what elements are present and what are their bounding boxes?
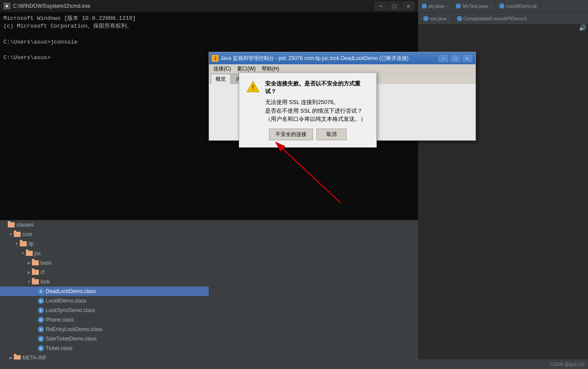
filetree-label: Ticket.class <box>46 345 72 351</box>
class-icon: C <box>38 307 44 313</box>
alert-content: 安全连接失败。是否以不安全的方式重试？ 无法使用 SSL 连接到25076。 是… <box>265 80 369 123</box>
mo-java-icon <box>423 16 428 21</box>
jconsole-maximize[interactable]: □ <box>450 54 461 63</box>
filetree-label: DeadLockDemo.class <box>46 288 96 294</box>
class-icon: C <box>38 345 44 351</box>
jconsole-menu-help[interactable]: 帮助(H) <box>259 64 282 73</box>
filetree-label: com <box>22 231 32 237</box>
alert-line-3: （用户名和口令将以纯文本格式发送。） <box>265 115 369 123</box>
folder-arrow: ▶ <box>26 270 32 274</box>
completable-icon <box>457 16 462 21</box>
cmd-line-1: Microsoft Windows [版本 10.0.22000.1219] <box>3 15 415 22</box>
folder-icon <box>20 241 27 246</box>
jconsole-menu-window[interactable]: 窗口(W) <box>235 64 258 73</box>
jconsole-menu-connect[interactable]: 连接(C) <box>211 64 234 73</box>
list-item[interactable]: ▼ juc <box>0 249 209 258</box>
ide-tab-ply[interactable]: ply.java × <box>418 0 452 12</box>
list-item[interactable]: C Phone.class <box>0 315 209 325</box>
folder-icon <box>32 260 39 265</box>
class-icon: C <box>38 336 44 342</box>
ide-subtab-mo-label: mo.java <box>430 16 447 21</box>
alert-title: 安全连接失败。是否以不安全的方式重试？ <box>265 80 369 95</box>
list-item[interactable]: ▼ llp <box>0 239 209 249</box>
ide-subbar[interactable]: mo.java × CompletableFutureAPIDemo3 <box>418 12 588 24</box>
class-icon: C <box>38 288 44 294</box>
filetree-label: base <box>41 260 52 266</box>
cmd-icon: ■ <box>3 3 10 9</box>
list-item[interactable]: C Lock8Demo.class <box>0 296 209 306</box>
ide-subtab-completable-label: CompletableFutureAPIDemo3 <box>463 16 527 21</box>
filetree-label: classes <box>16 222 34 228</box>
filetree-label: llp <box>28 241 34 247</box>
list-item[interactable]: C Ticket.class <box>0 344 209 353</box>
filetree-panel: classes ▼ com ▼ llp ▼ juc ▶ base ▶ cf ▼ <box>0 220 209 369</box>
ide-tab-ply-label: ply.java <box>428 3 444 9</box>
alert-dialog: ! 安全连接失败。是否以不安全的方式重试？ 无法使用 SSL 连接到25076。… <box>239 73 377 148</box>
list-item[interactable]: C DeadLockDemo.class <box>0 287 209 296</box>
alert-buttons[interactable]: 不安全的连接 取消 <box>246 129 369 140</box>
class-icon: C <box>38 298 44 304</box>
cmd-line-2: (c) Microsoft Corporation。保留所有权利。 <box>3 22 415 30</box>
ide-tab-ply-close[interactable]: × <box>446 4 448 9</box>
list-item[interactable]: ▶ base <box>0 258 209 268</box>
filetree-label: cf <box>41 269 44 275</box>
folder-arrow: ▼ <box>26 280 32 284</box>
ide-subtab-mo[interactable]: mo.java × <box>421 15 453 22</box>
cmd-titlebar[interactable]: ■ C:\WINDOWS\system32\cmd.exe − □ × <box>0 0 418 12</box>
svg-text:!: ! <box>252 84 254 91</box>
cmd-controls[interactable]: − □ × <box>374 1 415 11</box>
cmd-line-3 <box>3 30 415 38</box>
alert-header: ! 安全连接失败。是否以不安全的方式重试？ 无法使用 SSL 连接到25076。… <box>246 80 369 123</box>
ide-volume-icon: 🔊 <box>579 24 586 31</box>
warning-icon: ! <box>246 80 260 94</box>
list-item[interactable]: classes <box>0 220 209 230</box>
ide-subtab-completable[interactable]: CompletableFutureAPIDemo3 <box>454 15 529 22</box>
list-item[interactable]: ▼ com <box>0 230 209 239</box>
alert-line-1: 无法使用 SSL 连接到25076。 <box>265 98 369 107</box>
folder-arrow: ▼ <box>14 242 20 246</box>
class-icon: C <box>38 317 44 323</box>
ide-tabs[interactable]: ply.java × MyTest.java × Lock8Demo.ja <box>418 0 588 12</box>
cmd-title: C:\WINDOWS\system32\cmd.exe <box>13 3 374 9</box>
list-item[interactable]: ▼ lock <box>0 277 209 287</box>
list-item[interactable]: C ReEntryLockDemo.class <box>0 325 209 334</box>
ide-tab-mytest-close[interactable]: × <box>489 4 492 9</box>
alert-insecure-button[interactable]: 不安全的连接 <box>269 129 313 140</box>
folder-icon <box>14 232 21 237</box>
status-text: CSDN @llp1110 <box>550 362 585 367</box>
list-item[interactable]: ▶ cf <box>0 268 209 277</box>
folder-arrow: ▼ <box>20 251 26 255</box>
alert-cancel-button[interactable]: 取消 <box>316 129 347 140</box>
ide-subtab-mo-close[interactable]: × <box>448 16 450 21</box>
filetree-label: SaleTicketDemo.class <box>46 336 97 342</box>
phone-class-label: Phone.class <box>46 317 74 323</box>
folder-arrow: ▼ <box>8 232 14 237</box>
alert-line-2: 是否在不使用 SSL 的情况下进行尝试？ <box>265 107 369 115</box>
jconsole-tab-overview[interactable]: 概览 <box>211 74 231 85</box>
cmd-line-4: C:\Users\asus>jconsole <box>3 38 415 46</box>
jconsole-controls[interactable]: − □ × <box>438 54 473 63</box>
filetree-label: Lock8Demo.class <box>46 298 87 304</box>
jconsole-titlebar[interactable]: J Java 监视和管理控制台 - pid: 25076 com.llp.juc… <box>209 52 475 64</box>
jconsole-close[interactable]: × <box>462 54 473 63</box>
cmd-maximize[interactable]: □ <box>388 1 401 11</box>
filetree-label: ReEntryLockDemo.class <box>46 326 102 332</box>
folder-icon <box>8 222 15 227</box>
jconsole-minimize[interactable]: − <box>438 54 449 63</box>
cmd-close[interactable]: × <box>402 1 415 11</box>
class-icon: C <box>38 326 44 332</box>
ide-tab-lock8demo[interactable]: Lock8Demo.ja <box>496 0 540 12</box>
main-bg <box>209 220 418 369</box>
ply-java-icon <box>422 3 427 9</box>
lock8demo-java-icon <box>499 3 504 9</box>
folder-icon <box>32 270 39 275</box>
folder-icon <box>32 279 39 284</box>
mytest-java-icon <box>456 3 461 9</box>
ide-tab-mytest[interactable]: MyTest.java × <box>452 0 496 12</box>
ide-tab-lock8demo-label: Lock8Demo.ja <box>506 3 536 9</box>
cmd-minimize[interactable]: − <box>374 1 387 11</box>
status-bar: CSDN @llp1110 <box>0 360 588 369</box>
list-item[interactable]: C SaleTicketDemo.class <box>0 334 209 344</box>
jconsole-icon-label: J <box>214 56 216 61</box>
list-item[interactable]: C LockSyncDemo.class <box>0 306 209 315</box>
